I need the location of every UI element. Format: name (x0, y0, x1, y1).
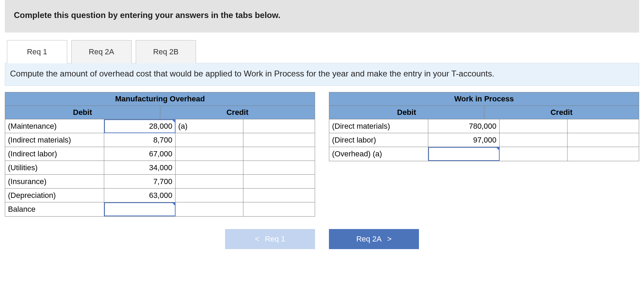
wip-debit-header: Debit (329, 106, 484, 119)
table-row: Balance (5, 202, 315, 216)
row-label: (Utilities) (5, 161, 104, 175)
credit-label (500, 147, 568, 161)
debit-value[interactable]: 97,000 (428, 133, 500, 147)
credit-label (500, 119, 568, 133)
credit-value[interactable] (243, 161, 315, 175)
credit-label (176, 175, 244, 189)
row-label: (Indirect labor) (5, 147, 104, 161)
credit-value[interactable] (243, 147, 315, 161)
debit-value[interactable]: 8,700 (104, 133, 176, 147)
credit-value[interactable] (243, 119, 315, 133)
credit-label (176, 133, 244, 147)
row-label: (Maintenance) (5, 119, 104, 133)
credit-label (176, 202, 244, 216)
credit-label (176, 189, 244, 202)
tab-req-2b[interactable]: Req 2B (136, 40, 196, 63)
credit-label (500, 133, 568, 147)
table-row: (Maintenance) 28,000 (a) (5, 119, 315, 133)
wip-credit-header: Credit (484, 106, 639, 119)
credit-value[interactable] (243, 175, 315, 189)
row-label: (Direct labor) (329, 133, 428, 147)
row-label: (Insurance) (5, 175, 104, 189)
wip-title: Work in Process (329, 92, 639, 106)
table-row: (Depreciation) 63,000 (5, 189, 315, 202)
next-button[interactable]: Req 2A > (329, 229, 419, 249)
overhead-title: Manufacturing Overhead (5, 92, 315, 106)
t-account-overhead: Manufacturing Overhead Debit Credit (Mai… (5, 92, 315, 217)
table-row: (Insurance) 7,700 (5, 175, 315, 189)
row-label: Balance (5, 202, 104, 216)
next-label: Req 2A (356, 235, 382, 244)
overhead-debit-header: Debit (5, 106, 160, 119)
table-row: (Indirect materials) 8,700 (5, 133, 315, 147)
instruction-banner: Complete this question by entering your … (5, 0, 639, 33)
debit-value[interactable]: 67,000 (104, 147, 176, 161)
table-row: (Indirect labor) 67,000 (5, 147, 315, 161)
credit-label (176, 147, 244, 161)
question-prompt: Compute the amount of overhead cost that… (5, 63, 639, 86)
table-row: (Overhead) (a) (329, 147, 639, 161)
row-label: (Indirect materials) (5, 133, 104, 147)
row-label: (Direct materials) (329, 119, 428, 133)
credit-label (176, 161, 244, 175)
row-label: (Depreciation) (5, 189, 104, 202)
credit-value[interactable] (567, 147, 639, 161)
table-row: (Utilities) 34,000 (5, 161, 315, 175)
prev-label: Req 1 (265, 235, 285, 244)
debit-input[interactable] (428, 147, 500, 161)
debit-value[interactable]: 34,000 (104, 161, 176, 175)
credit-value[interactable] (243, 133, 315, 147)
nav-buttons: < Req 1 Req 2A > (5, 229, 639, 249)
credit-value[interactable] (567, 119, 639, 133)
debit-input[interactable]: 28,000 (104, 119, 176, 133)
t-accounts: Manufacturing Overhead Debit Credit (Mai… (5, 92, 639, 217)
tabs: Req 1 Req 2A Req 2B (5, 40, 639, 63)
credit-value[interactable] (243, 202, 315, 216)
debit-value[interactable]: 780,000 (428, 119, 500, 133)
table-row: (Direct materials) 780,000 (329, 119, 639, 133)
row-label: (Overhead) (a) (329, 147, 428, 161)
tab-req-1[interactable]: Req 1 (7, 40, 67, 63)
chevron-right-icon: > (387, 235, 392, 244)
prev-button: < Req 1 (225, 229, 315, 249)
tab-req-2a[interactable]: Req 2A (71, 40, 132, 63)
debit-input[interactable] (104, 202, 176, 216)
table-row: (Direct labor) 97,000 (329, 133, 639, 147)
overhead-credit-header: Credit (160, 106, 315, 119)
debit-value[interactable]: 7,700 (104, 175, 176, 189)
credit-value[interactable] (243, 189, 315, 202)
chevron-left-icon: < (255, 235, 259, 244)
credit-value[interactable] (567, 133, 639, 147)
t-account-wip: Work in Process Debit Credit (Direct mat… (329, 92, 639, 217)
credit-label: (a) (176, 119, 244, 133)
debit-value[interactable]: 63,000 (104, 189, 176, 202)
